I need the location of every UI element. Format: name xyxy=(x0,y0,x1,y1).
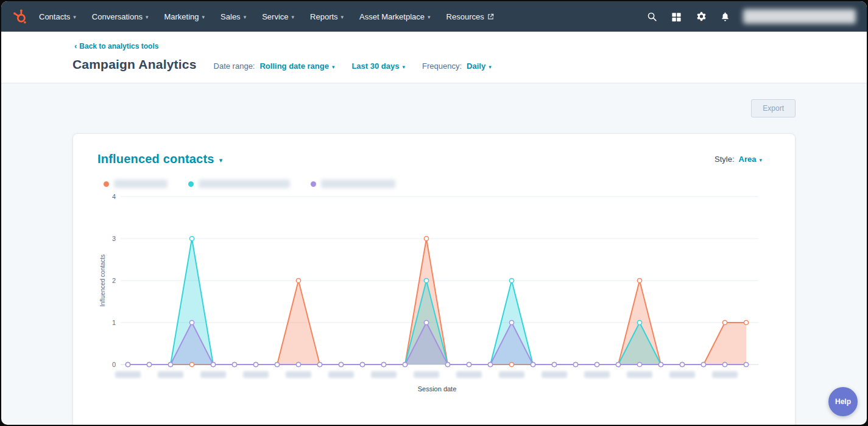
svg-text:2: 2 xyxy=(112,277,116,284)
nav-item-conversations[interactable]: Conversations▾ xyxy=(92,12,149,21)
caret-down-icon: ▾ xyxy=(244,13,247,20)
nav-item-label: Marketing xyxy=(164,12,199,21)
nav-item-service[interactable]: Service▾ xyxy=(262,12,294,21)
caret-down-icon: ▾ xyxy=(146,13,149,20)
back-link-label: Back to analytics tools xyxy=(79,42,158,51)
help-button[interactable]: Help xyxy=(828,387,858,416)
search-icon[interactable] xyxy=(646,10,658,23)
report-card: Influenced contacts ▾ Style: Area ▾ 0123… xyxy=(72,133,796,425)
caret-down-icon: ▾ xyxy=(489,63,492,70)
external-link-icon xyxy=(487,13,494,20)
svg-text:4: 4 xyxy=(112,193,116,200)
nav-item-sales[interactable]: Sales▾ xyxy=(221,12,246,21)
caret-down-icon: ▾ xyxy=(73,13,76,20)
nav-item-label: Asset Marketplace xyxy=(359,12,425,21)
date-range-type-dropdown[interactable]: Rolling date range ▾ xyxy=(259,61,334,71)
style-label: Style: xyxy=(715,155,735,164)
report-title-dropdown[interactable]: Influenced contacts ▾ xyxy=(97,152,222,166)
nav-item-contacts[interactable]: Contacts▾ xyxy=(39,12,76,21)
nav-item-label: Resources xyxy=(446,12,484,21)
report-title: Influenced contacts xyxy=(97,152,214,166)
nav-item-reports[interactable]: Reports▾ xyxy=(310,12,344,21)
caret-down-icon: ▾ xyxy=(202,13,205,20)
page-title: Campaign Analytics xyxy=(72,57,197,72)
legend-dot-icon xyxy=(188,181,194,187)
legend-label-redacted xyxy=(199,180,290,188)
caret-down-icon: ▾ xyxy=(292,13,295,20)
svg-text:3: 3 xyxy=(112,235,116,242)
legend-dot-icon xyxy=(104,181,109,187)
nav-item-label: Reports xyxy=(310,12,338,21)
gear-icon[interactable] xyxy=(694,10,707,23)
legend-label-redacted xyxy=(321,180,395,188)
nav-item-label: Conversations xyxy=(92,12,143,21)
caret-down-icon: ▾ xyxy=(219,154,223,164)
caret-down-icon: ▾ xyxy=(402,63,405,70)
legend-dot-icon xyxy=(311,181,316,187)
page-header: ‹ Back to analytics tools Campaign Analy… xyxy=(1,32,867,83)
nav-item-label: Sales xyxy=(221,12,241,21)
legend-item[interactable] xyxy=(188,180,290,188)
bell-icon[interactable] xyxy=(719,10,731,23)
legend-item[interactable] xyxy=(311,180,395,188)
caret-down-icon: ▾ xyxy=(341,13,344,20)
nav-menu: Contacts▾Conversations▾Marketing▾Sales▾S… xyxy=(39,12,494,21)
top-nav: Contacts▾Conversations▾Marketing▾Sales▾S… xyxy=(1,1,867,32)
date-range-label: Date range: xyxy=(214,61,255,71)
caret-down-icon: ▾ xyxy=(332,63,335,70)
legend-label-redacted xyxy=(114,180,168,188)
svg-text:1: 1 xyxy=(112,319,116,326)
frequency-dropdown[interactable]: Daily ▾ xyxy=(467,61,492,71)
chevron-left-icon: ‹ xyxy=(74,41,77,51)
svg-text:Session date: Session date xyxy=(418,385,457,393)
nav-right xyxy=(646,9,856,24)
caret-down-icon: ▾ xyxy=(759,156,762,163)
style-dropdown[interactable]: Area ▾ xyxy=(739,155,762,164)
back-to-analytics-link[interactable]: ‹ Back to analytics tools xyxy=(74,41,158,51)
app-window: Contacts▾Conversations▾Marketing▾Sales▾S… xyxy=(1,1,867,425)
legend-item[interactable] xyxy=(104,180,168,188)
hubspot-sprocket-logo[interactable] xyxy=(10,6,30,27)
date-range-period-dropdown[interactable]: Last 30 days ▾ xyxy=(351,61,405,71)
export-button[interactable]: Export xyxy=(751,99,796,117)
page-content: Export Influenced contacts ▾ Style: Area… xyxy=(1,99,867,425)
caret-down-icon: ▾ xyxy=(428,13,431,20)
chart-legend xyxy=(104,180,771,188)
svg-text:Influenced contacts: Influenced contacts xyxy=(99,254,106,307)
nav-item-asset-marketplace[interactable]: Asset Marketplace▾ xyxy=(359,12,430,21)
nav-item-resources[interactable]: Resources xyxy=(446,12,494,21)
area-chart[interactable]: 01234Session dateInfluenced contacts xyxy=(97,192,771,397)
frequency-label: Frequency: xyxy=(422,61,462,71)
marketplace-icon[interactable] xyxy=(670,10,682,23)
nav-item-label: Contacts xyxy=(39,12,70,21)
svg-text:0: 0 xyxy=(112,361,116,368)
account-name-redacted[interactable] xyxy=(743,9,856,24)
nav-item-label: Service xyxy=(262,12,288,21)
nav-item-marketing[interactable]: Marketing▾ xyxy=(164,12,205,21)
